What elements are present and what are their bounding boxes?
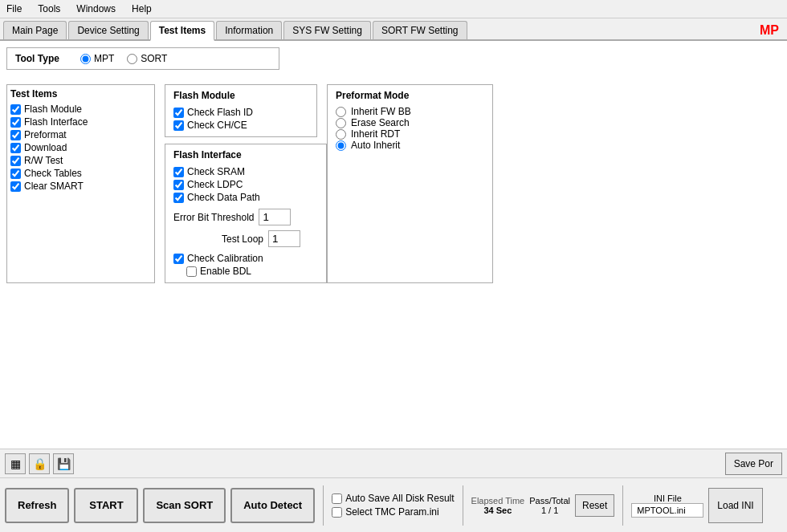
- radio-sort[interactable]: SORT: [127, 53, 167, 64]
- tool-type-label: Tool Type: [15, 53, 59, 64]
- cb-check-flash-id[interactable]: Check Flash ID: [173, 106, 308, 119]
- radio-auto-inherit-label: Auto Inherit: [351, 140, 400, 151]
- menu-file[interactable]: File: [3, 2, 25, 16]
- cb-rw-test[interactable]: R/W Test: [10, 154, 151, 167]
- radio-mpt-input[interactable]: [80, 54, 91, 64]
- cb-clear-smart-input[interactable]: [10, 181, 21, 192]
- cb-enable-bdl-input[interactable]: [186, 266, 197, 277]
- save-icon-button[interactable]: 💾: [53, 453, 74, 474]
- cb-download-input[interactable]: [10, 143, 21, 153]
- columns-row: Test Items Flash Module Flash Interface …: [6, 84, 781, 283]
- auto-detect-button[interactable]: Auto Detect: [230, 488, 315, 523]
- test-items-title: Test Items: [10, 88, 151, 99]
- elapsed-time-value: 34 Sec: [483, 506, 512, 515]
- auto-save-checkbox[interactable]: [332, 493, 342, 504]
- divider-2: [463, 485, 463, 526]
- radio-inherit-fw-bb-input[interactable]: [336, 107, 346, 117]
- tool-type-box: Tool Type MPT SORT: [6, 47, 279, 70]
- load-ini-button[interactable]: Load INI: [708, 488, 762, 523]
- test-loop-input[interactable]: [268, 230, 300, 247]
- tab-sort-fw-setting[interactable]: SORT FW Setting: [373, 21, 467, 39]
- elapsed-time-group: Elapsed Time 34 Sec: [471, 496, 525, 515]
- radio-inherit-fw-bb[interactable]: Inherit FW BB: [336, 106, 484, 117]
- cb-download[interactable]: Download: [10, 141, 151, 154]
- cb-check-ldpc[interactable]: Check LDPC: [173, 178, 318, 191]
- pass-total-label: Pass/Total: [529, 496, 570, 506]
- reset-button[interactable]: Reset: [575, 494, 614, 517]
- menu-windows[interactable]: Windows: [73, 2, 119, 16]
- radio-erase-search-label: Erase Search: [351, 117, 410, 128]
- radio-inherit-rdt-input[interactable]: [336, 129, 346, 140]
- cb-check-flash-id-input[interactable]: [173, 108, 184, 118]
- cb-check-sram-input[interactable]: [173, 167, 184, 177]
- cb-check-ldpc-input[interactable]: [173, 180, 184, 190]
- radio-erase-search-input[interactable]: [336, 118, 346, 128]
- cb-check-tables-input[interactable]: [10, 169, 21, 179]
- radio-inherit-rdt[interactable]: Inherit RDT: [336, 128, 484, 140]
- grid-icon-button[interactable]: ▦: [5, 453, 26, 474]
- tab-device-setting[interactable]: Device Setting: [68, 21, 148, 39]
- cb-check-data-path-input[interactable]: [173, 193, 184, 203]
- radio-auto-inherit-input[interactable]: [336, 140, 346, 151]
- error-bit-threshold-row: Error Bit Threshold: [173, 209, 318, 225]
- cb-check-ch-ce[interactable]: Check CH/CE: [173, 119, 308, 132]
- cb-check-data-path[interactable]: Check Data Path: [173, 191, 318, 204]
- tab-test-items[interactable]: Test Items: [150, 21, 214, 41]
- cb-flash-module[interactable]: Flash Module: [10, 103, 151, 116]
- select-tmc-checkbox-label[interactable]: Select TMC Param.ini: [332, 506, 454, 518]
- radio-mpt[interactable]: MPT: [80, 53, 114, 64]
- ini-file-group: INI File MPTOOL.ini: [631, 493, 703, 518]
- cb-check-data-path-label: Check Data Path: [187, 192, 260, 203]
- cb-flash-interface-label: Flash Interface: [24, 116, 88, 128]
- cb-check-ldpc-label: Check LDPC: [187, 179, 243, 190]
- menu-help[interactable]: Help: [128, 2, 155, 16]
- cb-rw-test-label: R/W Test: [24, 155, 63, 166]
- select-tmc-label: Select TMC Param.ini: [345, 506, 438, 518]
- scan-sort-button[interactable]: Scan SORT: [143, 488, 226, 523]
- cb-flash-interface[interactable]: Flash Interface: [10, 116, 151, 128]
- cb-check-ch-ce-input[interactable]: [173, 120, 184, 131]
- select-tmc-checkbox[interactable]: [332, 507, 342, 518]
- lock-icon-button[interactable]: 🔒: [29, 453, 50, 474]
- radio-auto-inherit[interactable]: Auto Inherit: [336, 140, 484, 151]
- cb-flash-module-label: Flash Module: [24, 104, 82, 115]
- save-por-button[interactable]: Save Por: [725, 453, 782, 475]
- cb-enable-bdl[interactable]: Enable BDL: [186, 265, 318, 278]
- error-bit-threshold-label: Error Bit Threshold: [173, 212, 254, 223]
- error-bit-threshold-input[interactable]: [259, 209, 291, 225]
- ini-file-value: MPTOOL.ini: [631, 503, 703, 518]
- cb-rw-test-input[interactable]: [10, 156, 21, 166]
- start-button[interactable]: START: [74, 488, 138, 523]
- auto-save-checkbox-label[interactable]: Auto Save All Disk Result: [332, 493, 454, 504]
- cb-flash-module-input[interactable]: [10, 104, 21, 115]
- cb-check-sram-label: Check SRAM: [187, 166, 245, 177]
- radio-inherit-fw-bb-label: Inherit FW BB: [351, 106, 411, 117]
- bottom-checkboxes: Auto Save All Disk Result Select TMC Par…: [332, 493, 454, 518]
- cb-check-calibration-input[interactable]: [173, 254, 184, 264]
- tab-sys-fw-setting[interactable]: SYS FW Setting: [283, 21, 371, 39]
- flash-module-title: Flash Module: [173, 90, 308, 101]
- tab-information[interactable]: Information: [216, 21, 282, 39]
- cb-enable-bdl-label: Enable BDL: [200, 266, 251, 277]
- mp-label: MP: [760, 23, 784, 38]
- cb-preformat-input[interactable]: [10, 130, 21, 140]
- cb-check-tables[interactable]: Check Tables: [10, 167, 151, 180]
- cb-preformat[interactable]: Preformat: [10, 128, 151, 141]
- cb-check-calibration-label: Check Calibration: [187, 253, 263, 264]
- radio-erase-search[interactable]: Erase Search: [336, 117, 484, 128]
- flash-module-panel: Flash Module Check Flash ID Check CH/CE: [165, 84, 317, 137]
- cb-clear-smart[interactable]: Clear SMART: [10, 180, 151, 193]
- preformat-mode-title: Preformat Mode: [336, 90, 484, 101]
- elapsed-time-label: Elapsed Time: [471, 496, 525, 506]
- tool-type-section: Tool Type MPT SORT: [6, 47, 781, 76]
- tab-main-page[interactable]: Main Page: [3, 21, 67, 39]
- preformat-mode-panel: Preformat Mode Inherit FW BB Erase Searc…: [327, 84, 493, 283]
- radio-sort-input[interactable]: [127, 54, 137, 64]
- cb-check-calibration[interactable]: Check Calibration: [173, 252, 318, 265]
- cb-flash-interface-input[interactable]: [10, 117, 21, 128]
- divider-3: [622, 485, 623, 526]
- refresh-button[interactable]: Refresh: [5, 488, 69, 523]
- menu-tools[interactable]: Tools: [35, 2, 63, 16]
- cb-check-sram[interactable]: Check SRAM: [173, 165, 318, 178]
- tool-type-radio-group: MPT SORT: [80, 53, 167, 64]
